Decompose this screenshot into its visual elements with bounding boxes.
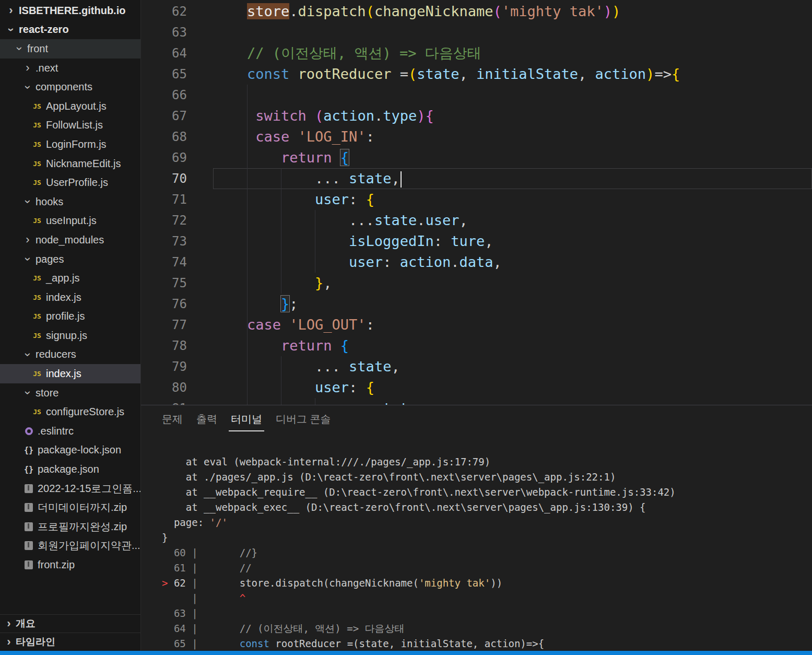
chevron-down-icon[interactable]: › [5,24,17,36]
code-token: . [451,254,459,270]
tree-item[interactable]: ›hooks [0,192,140,212]
bottom-panel: 문제출력터미널디버그 콘솔 at eval (webpack-internal:… [141,405,812,651]
tree-item[interactable]: ›node_modules [0,230,140,250]
chevron-down-icon[interactable]: › [22,253,33,265]
tree-item[interactable]: ›.next [0,59,140,78]
tree-item[interactable]: JSprofile.js [0,307,140,326]
code-text: // (이전상태, 액션) => 다음상태 [213,43,812,64]
js-icon: JS [30,408,44,416]
text-cursor [401,171,402,188]
code-token: , [323,275,332,291]
code-line[interactable]: 66 [141,85,812,106]
code-line[interactable]: 81 ...state.user, [141,398,812,405]
tree-item-label: front [27,43,48,55]
tree-item-label: useInput.js [46,215,97,227]
tree-item-label: store [36,387,58,399]
tree-item[interactable]: JSFollowList.js [0,116,140,135]
code-text: ...state.user, [213,398,812,405]
tree-item[interactable]: JS_app.js [0,268,140,288]
code-token: ) [612,3,620,19]
js-icon: JS [30,312,44,320]
line-number: 74 [141,252,213,273]
code-line[interactable]: 76 }; [141,294,812,314]
code-line[interactable]: 78 return { [141,335,812,356]
chevron-down-icon[interactable]: › [14,43,25,54]
code-line[interactable]: 69 return { [141,147,812,168]
tab-debug-console[interactable]: 디버그 콘솔 [274,408,333,431]
code-token: return [281,337,332,354]
tab-terminal[interactable]: 터미널 [229,408,264,431]
tree-item-label: package.json [38,463,99,475]
tab-output[interactable]: 출력 [194,408,219,431]
tree-item[interactable]: JSindex.js [0,364,140,383]
tree-item[interactable]: .eslintrc [0,422,140,441]
tree-item-label: ISBETHERE.github.io [19,5,125,17]
code-token: state [417,66,459,82]
code-line[interactable]: 73 isLoggedIn: ture, [141,231,812,252]
indent-guide [281,252,281,273]
tree-item[interactable]: ›components [0,77,140,97]
js-badge: JS [33,179,41,186]
tree-item[interactable]: ›reducers [0,345,140,365]
chevron-right-icon[interactable]: › [22,62,33,74]
tree-item[interactable]: ›store [0,383,140,403]
tree-item[interactable]: ›front [0,39,140,59]
tree-item[interactable]: {}package.json [0,460,140,479]
tree-item[interactable]: JSLoginForm.js [0,135,140,154]
code-token: user [349,254,383,270]
code-line[interactable]: 75 }, [141,273,812,294]
code-line[interactable]: 68 case 'LOG_IN': [141,126,812,147]
indent-guide [247,210,248,231]
indent-guide [247,106,248,126]
code-line[interactable]: 77 case 'LOG_OUT': [141,314,812,335]
terminal-token: at __webpack_exec__ (D:\react-zero\front… [162,501,646,513]
tree-item[interactable]: 프로필까지완성.zip [0,517,140,536]
code-line[interactable]: 62 store.dispatch(changeNickname('mighty… [141,1,812,22]
tab-problems[interactable]: 문제 [160,408,185,431]
code-token [332,149,340,166]
tree-item[interactable]: {}package-lock.json [0,441,140,460]
terminal-output[interactable]: at eval (webpack-internal:///./pages/_ap… [162,454,804,648]
code-line[interactable]: 79 ... state, [141,356,812,377]
tree-item[interactable]: JSUserProfile.js [0,173,140,192]
tree-item[interactable]: front.zip [0,555,140,575]
tree-item[interactable]: JSsignup.js [0,326,140,345]
code-line[interactable]: 74 user: action.data, [141,252,812,273]
tree-item[interactable]: JSindex.js [0,288,140,307]
code-line[interactable]: 71 user: { [141,189,812,210]
code-line[interactable]: 67 switch (action.type){ [141,106,812,126]
chevron-down-icon[interactable]: › [22,387,33,399]
tree-item[interactable]: JSuseInput.js [0,212,140,231]
tree-item[interactable]: 2022-12-15로그인폼... [0,479,140,498]
code-line[interactable]: 80 user: { [141,377,812,398]
tree-item[interactable]: JSAppLayout.js [0,97,140,116]
tree-item[interactable]: 더미데이터까지.zip [0,498,140,517]
line-number: 72 [141,210,213,231]
indent-guide [247,273,248,294]
chevron-down-icon[interactable]: › [22,196,33,207]
chevron-down-icon[interactable]: › [22,81,33,93]
tree-item[interactable]: ›react-zero [0,20,140,40]
tree-item[interactable]: JSNicknameEdit.js [0,154,140,173]
code-text: ... state, [213,168,812,189]
code-editor[interactable]: 62 store.dispatch(changeNickname('mighty… [141,0,812,405]
tree-item[interactable]: ›ISBETHERE.github.io [0,1,140,20]
code-line[interactable]: 65 const rootReducer =(state, initialSta… [141,64,812,85]
terminal-line: at __webpack_require__ (D:\react-zero\fr… [162,485,804,500]
code-line[interactable]: 64 // (이전상태, 액션) => 다음상태 [141,43,812,64]
tree-item[interactable]: JSconfigureStore.js [0,402,140,422]
code-line[interactable]: 72 ...state.user, [141,210,812,231]
timeline-section-header[interactable]: › 타임라인 [0,633,140,651]
outline-section-header[interactable]: › 개요 [0,614,140,633]
chevron-down-icon[interactable]: › [22,349,33,360]
indent-guide [281,377,281,398]
code-line[interactable]: 63 [141,22,812,43]
chevron-right-icon[interactable]: › [22,234,33,245]
code-line[interactable]: 70 ... state, [141,168,812,189]
chevron-right-icon[interactable]: › [5,5,17,16]
line-number: 66 [141,85,213,106]
tree-item[interactable]: 회원가입페이지약관... [0,536,140,556]
terminal-token: | [162,592,198,604]
tree-item[interactable]: ›pages [0,250,140,269]
terminal-token: const [240,638,269,649]
